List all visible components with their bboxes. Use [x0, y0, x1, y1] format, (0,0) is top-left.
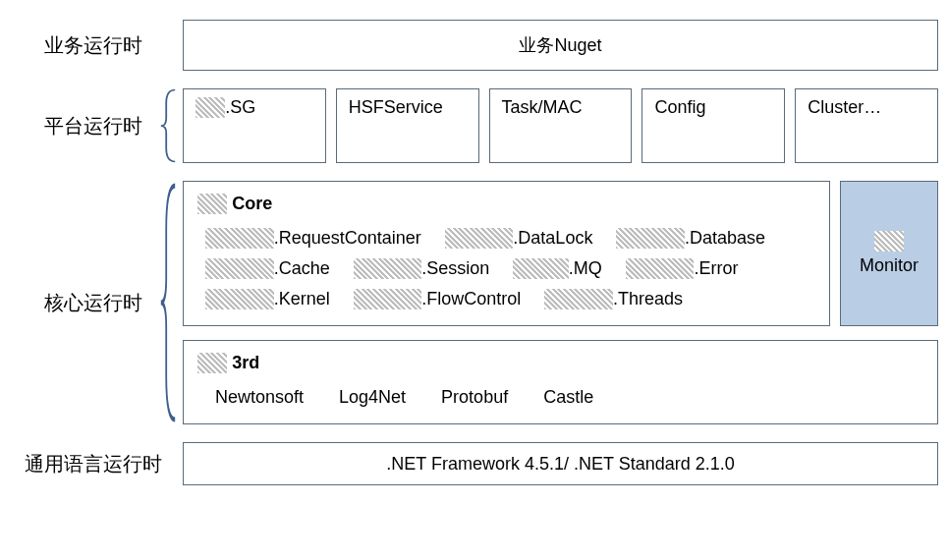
core-top: ▓▓ Core ▓▓▓▓▓.RequestContainer ▓▓▓▓▓.Dat… [183, 181, 938, 326]
core-item-database: ▓▓▓▓▓.Database [616, 228, 765, 249]
core-item-requestcontainer: ▓▓▓▓▓.RequestContainer [205, 228, 421, 249]
obscured-prefix: ▓▓ [197, 353, 227, 373]
core-item-mq: ▓▓▓▓.MQ [513, 258, 602, 279]
brace-icon [159, 88, 177, 163]
label-clr: 通用语言运行时 [25, 451, 162, 477]
box-platform-sg: ▓▓.SG [183, 88, 326, 163]
text: 3rd [227, 353, 259, 372]
box-business-nuget: 业务Nuget [183, 20, 938, 71]
box-monitor: ▓▓ Monitor [840, 181, 938, 326]
core-title: ▓▓ Core [197, 194, 815, 214]
box-platform-cluster: Cluster… [795, 88, 938, 163]
brd-title: ▓▓ 3rd [197, 353, 923, 373]
row-label-col: 业务运行时 [10, 20, 177, 71]
label-platform: 平台运行时 [44, 113, 142, 140]
obscured-prefix: ▓▓ [874, 231, 904, 252]
text: Core [227, 194, 272, 213]
box-platform-config: Config [641, 88, 785, 163]
core-item-flowcontrol: ▓▓▓▓▓.FlowControl [354, 289, 522, 309]
core-item-threads: ▓▓▓▓▓.Threads [544, 289, 683, 309]
core-item-cache: ▓▓▓▓▓.Cache [205, 258, 330, 279]
monitor-label: Monitor [860, 255, 919, 276]
brd-item-protobuf: Protobuf [441, 387, 508, 408]
brd-item-newtonsoft: Newtonsoft [215, 387, 304, 408]
brd-items: Newtonsoft Log4Net Protobuf Castle [197, 387, 923, 408]
row-label-col: 平台运行时 [10, 88, 177, 163]
box-3rd: ▓▓ 3rd Newtonsoft Log4Net Protobuf Castl… [183, 340, 938, 424]
row-core: 核心运行时 ▓▓ Core ▓▓▓▓▓.RequestContainer ▓▓▓… [10, 181, 938, 424]
core-items: ▓▓▓▓▓.RequestContainer ▓▓▓▓▓.DataLock ▓▓… [197, 228, 815, 309]
obscured-prefix: ▓▓ [197, 194, 227, 214]
row-label-col: 核心运行时 [10, 181, 177, 424]
core-item-error: ▓▓▓▓▓.Error [626, 258, 739, 279]
row-content: ▓▓.SG HSFService Task/MAC Config Cluster… [177, 88, 938, 163]
core-wrapper: ▓▓ Core ▓▓▓▓▓.RequestContainer ▓▓▓▓▓.Dat… [177, 181, 938, 424]
row-clr: 通用语言运行时 .NET Framework 4.5.1/ .NET Stand… [10, 442, 938, 485]
core-item-kernel: ▓▓▓▓▓.Kernel [205, 289, 330, 309]
box-clr: .NET Framework 4.5.1/ .NET Standard 2.1.… [183, 442, 938, 485]
row-business: 业务运行时 业务Nuget [10, 20, 938, 71]
box-platform-hsfservice: HSFService [336, 88, 479, 163]
brd-item-log4net: Log4Net [339, 387, 406, 408]
row-content: 业务Nuget [177, 20, 938, 71]
row-platform: 平台运行时 ▓▓.SG HSFService Task/MAC Config C… [10, 88, 938, 163]
brd-item-castle: Castle [543, 387, 593, 408]
box-core: ▓▓ Core ▓▓▓▓▓.RequestContainer ▓▓▓▓▓.Dat… [183, 181, 830, 326]
text: .SG [225, 97, 255, 117]
box-platform-task-mac: Task/MAC [489, 88, 633, 163]
label-business: 业务运行时 [44, 32, 142, 59]
core-item-session: ▓▓▓▓▓.Session [354, 258, 490, 279]
brace-icon [159, 181, 177, 424]
row-label-col: 通用语言运行时 [10, 442, 177, 485]
core-item-datalock: ▓▓▓▓▓.DataLock [445, 228, 593, 249]
label-core: 核心运行时 [44, 290, 142, 316]
row-content: .NET Framework 4.5.1/ .NET Standard 2.1.… [177, 442, 938, 485]
obscured-prefix: ▓▓ [195, 97, 225, 118]
